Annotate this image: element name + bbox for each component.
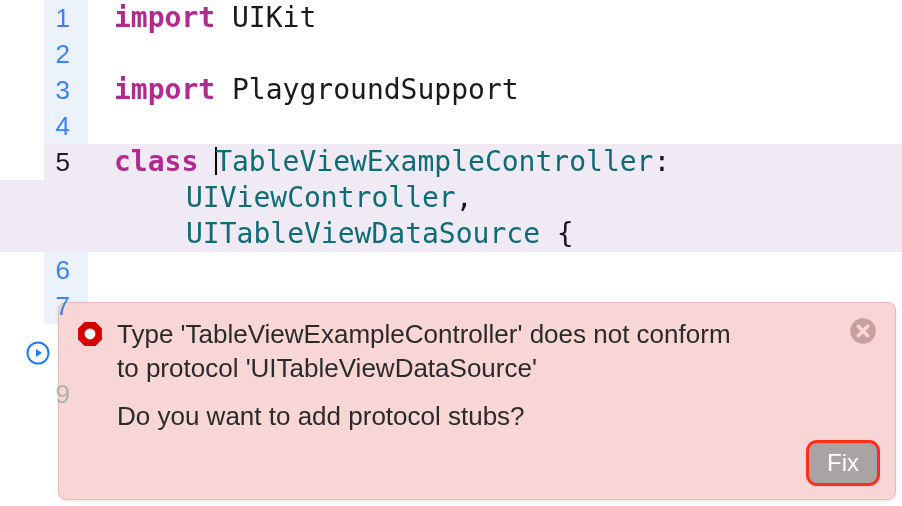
svg-point-3 bbox=[85, 329, 96, 340]
svg-marker-1 bbox=[36, 349, 42, 357]
code-line[interactable]: 4 bbox=[0, 108, 902, 144]
code-content[interactable]: class TableViewExampleController: bbox=[88, 144, 902, 180]
code-line-wrap[interactable]: UIViewController, bbox=[0, 180, 902, 216]
error-octagon-icon bbox=[77, 321, 103, 347]
code-line[interactable]: 5 class TableViewExampleController: bbox=[0, 144, 902, 180]
error-message: Type 'TableViewExampleController' does n… bbox=[117, 317, 877, 485]
line-number: 1 bbox=[0, 0, 88, 36]
play-circle-icon[interactable] bbox=[26, 338, 50, 362]
error-popup: Type 'TableViewExampleController' does n… bbox=[58, 302, 896, 500]
code-content[interactable]: import PlaygroundSupport bbox=[88, 72, 902, 108]
code-line[interactable]: 6 bbox=[0, 252, 902, 288]
line-number: 3 bbox=[0, 72, 88, 108]
line-number: 2 bbox=[0, 36, 88, 72]
code-content[interactable]: import UIKit bbox=[88, 0, 902, 36]
code-editor[interactable]: 1 import UIKit 2 3 import PlaygroundSupp… bbox=[0, 0, 902, 506]
error-text: Type 'TableViewExampleController' does n… bbox=[117, 317, 737, 385]
code-line-wrap[interactable]: UITableViewDataSource { bbox=[0, 216, 902, 252]
close-icon[interactable] bbox=[849, 317, 877, 345]
code-content[interactable]: UIViewController, bbox=[88, 180, 902, 216]
line-number: 4 bbox=[0, 108, 88, 144]
code-content[interactable]: UITableViewDataSource { bbox=[88, 216, 902, 252]
code-line[interactable]: 1 import UIKit bbox=[0, 0, 902, 36]
fix-button[interactable]: Fix bbox=[809, 443, 877, 483]
line-number: 6 bbox=[0, 252, 88, 288]
error-prompt: Do you want to add protocol stubs? bbox=[117, 401, 525, 431]
code-line[interactable]: 3 import PlaygroundSupport bbox=[0, 72, 902, 108]
line-number: 5 bbox=[0, 144, 88, 180]
code-line[interactable]: 2 bbox=[0, 36, 902, 72]
